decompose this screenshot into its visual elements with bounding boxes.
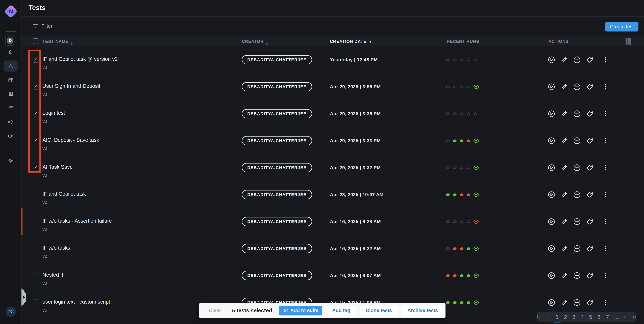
sidebar-item-tree[interactable] — [0, 116, 21, 128]
tag-icon[interactable] — [586, 56, 594, 64]
row-checkbox[interactable] — [33, 273, 38, 278]
more-options-icon[interactable] — [602, 245, 609, 252]
more-options-icon[interactable] — [602, 83, 609, 91]
run-test-icon[interactable] — [548, 272, 555, 279]
page-number-1[interactable]: 1 — [555, 314, 559, 320]
columns-config-icon[interactable] — [625, 38, 631, 45]
test-name[interactable]: Login test — [42, 110, 65, 116]
test-name[interactable]: IF w/o tasks — [42, 245, 70, 251]
edit-test-icon[interactable] — [560, 56, 568, 64]
edit-test-icon[interactable] — [560, 245, 568, 252]
run-test-icon[interactable] — [548, 218, 555, 225]
add-to-suite-icon[interactable] — [573, 272, 581, 279]
tag-icon[interactable] — [586, 110, 594, 118]
archive-tests-button[interactable]: Archive tests — [402, 306, 444, 316]
edit-test-icon[interactable] — [560, 137, 568, 145]
select-all-checkbox[interactable] — [33, 38, 38, 44]
sidebar-item-settings[interactable] — [0, 155, 21, 166]
page-number-6[interactable]: 6 — [597, 314, 601, 320]
edit-test-icon[interactable] — [560, 164, 568, 171]
table-row[interactable]: Nested IF v3 DEBADITYA.CHATTERJEE Apr 16… — [22, 262, 644, 289]
run-test-icon[interactable] — [548, 137, 555, 145]
next-page-icon[interactable] — [622, 315, 627, 320]
table-row[interactable]: IF and Copilot task @ version v2 v0 DEBA… — [22, 46, 644, 73]
test-name[interactable]: AI Task Save — [42, 164, 73, 170]
run-test-icon[interactable] — [548, 164, 555, 171]
sidebar-item-recordings[interactable] — [0, 130, 21, 142]
sidebar-item-test-tubes[interactable] — [0, 88, 21, 100]
row-checkbox[interactable] — [33, 219, 38, 224]
tag-icon[interactable] — [586, 245, 594, 252]
tag-icon[interactable] — [586, 191, 594, 198]
run-test-icon[interactable] — [548, 245, 555, 252]
edit-test-icon[interactable] — [560, 191, 568, 198]
tag-icon[interactable] — [586, 218, 594, 225]
first-page-icon[interactable] — [536, 315, 541, 320]
user-avatar[interactable]: DC — [6, 307, 16, 317]
page-number-5[interactable]: 5 — [589, 314, 593, 320]
test-name[interactable]: Nested IF — [42, 272, 65, 278]
test-name[interactable]: IF w/o tasks - Assertion failure — [42, 218, 112, 224]
edit-test-icon[interactable] — [560, 83, 568, 91]
run-test-icon[interactable] — [548, 56, 555, 64]
row-checkbox[interactable] — [33, 246, 38, 251]
sidebar-item-checklist[interactable] — [0, 102, 21, 114]
add-to-suite-icon[interactable] — [573, 218, 581, 225]
edit-test-icon[interactable] — [560, 218, 568, 225]
add-to-suite-icon[interactable] — [573, 83, 581, 91]
add-to-suite-icon[interactable] — [573, 164, 581, 171]
tag-icon[interactable] — [586, 299, 594, 307]
sidebar-item-tests[interactable] — [0, 60, 21, 72]
tag-icon[interactable] — [586, 83, 594, 91]
tag-icon[interactable] — [586, 164, 594, 171]
edit-test-icon[interactable] — [560, 272, 568, 279]
test-name[interactable]: user login text - custom script — [42, 299, 110, 305]
header-test-name[interactable]: TEST NAME▲▼ — [42, 39, 73, 46]
test-name[interactable]: IF and Copilot task — [42, 191, 86, 197]
table-row[interactable]: AI Task Save v0 DEBADITYA.CHATTERJEE Apr… — [22, 154, 644, 181]
more-options-icon[interactable] — [602, 272, 609, 279]
run-test-icon[interactable] — [548, 83, 555, 91]
header-creator[interactable]: CREATOR▲▼ — [242, 39, 268, 46]
more-options-icon[interactable] — [602, 191, 609, 198]
table-row[interactable]: Login test v0 DEBADITYA.CHATTERJEE Apr 2… — [22, 100, 644, 127]
row-checkbox[interactable] — [33, 192, 38, 197]
run-test-icon[interactable] — [548, 299, 555, 307]
clear-selection-button[interactable]: Clear — [209, 308, 221, 313]
add-to-suite-icon[interactable] — [573, 245, 581, 252]
add-to-suite-icon[interactable] — [573, 110, 581, 118]
sort-icon[interactable]: ▲▼ — [70, 42, 73, 46]
app-logo[interactable]: AI — [0, 4, 21, 18]
sidebar-item-tables[interactable] — [0, 74, 21, 86]
add-to-suite-icon[interactable] — [573, 137, 581, 145]
page-number-2[interactable]: 2 — [564, 314, 568, 320]
more-options-icon[interactable] — [602, 299, 609, 307]
more-options-icon[interactable] — [602, 218, 609, 225]
filter-button[interactable]: Filter — [32, 23, 52, 29]
add-to-suite-icon[interactable] — [573, 299, 581, 307]
table-row[interactable]: AIC: Deposit - Save task v0 DEBADITYA.CH… — [22, 127, 644, 154]
header-creation-date[interactable]: CREATION DATE▼ — [330, 39, 372, 44]
sidebar-item-home[interactable] — [0, 46, 21, 58]
more-options-icon[interactable] — [602, 164, 609, 171]
test-name[interactable]: AIC: Deposit - Save task — [42, 137, 99, 143]
edit-test-icon[interactable] — [560, 299, 568, 307]
page-number-4[interactable]: 4 — [580, 314, 584, 320]
tag-icon[interactable] — [586, 272, 594, 279]
test-name[interactable]: IF and Copilot task @ version v2 — [42, 56, 118, 62]
add-to-suite-icon[interactable] — [573, 56, 581, 64]
sort-icon[interactable]: ▲▼ — [266, 42, 268, 46]
run-test-icon[interactable] — [548, 191, 555, 198]
add-to-suite-button[interactable]: Add to suite — [279, 306, 322, 316]
run-test-icon[interactable] — [548, 110, 555, 118]
add-to-suite-icon[interactable] — [573, 191, 581, 198]
row-checkbox[interactable] — [33, 300, 38, 305]
table-row[interactable]: IF and Copilot task v2 DEBADITYA.CHATTER… — [22, 181, 644, 208]
more-options-icon[interactable] — [602, 137, 609, 145]
clone-tests-button[interactable]: Clone tests — [360, 306, 398, 316]
table-row[interactable]: IF w/o tasks v2 DEBADITYA.CHATTERJEE Apr… — [22, 235, 644, 262]
table-row[interactable]: IF w/o tasks - Assertion failure v0 DEBA… — [22, 208, 644, 235]
workspace-switcher[interactable]: D — [5, 35, 15, 46]
table-row[interactable]: User Sign In and Deposit v0 DEBADITYA.CH… — [22, 73, 644, 100]
page-number-7[interactable]: 7 — [606, 314, 610, 320]
